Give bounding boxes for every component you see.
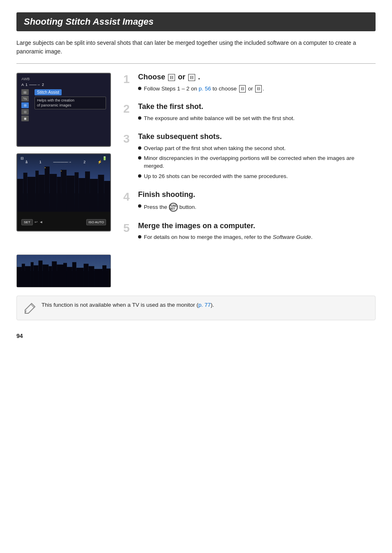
bullet-dot xyxy=(138,204,141,208)
cs1-arrow: ——→ xyxy=(29,83,40,87)
stitch-assist-menu-item: Stitch Assist xyxy=(35,89,62,95)
stitch-icon-1a: ⊟ xyxy=(168,74,175,81)
awb-label: AWB xyxy=(21,77,30,81)
svg-rect-6 xyxy=(39,175,45,212)
step-2-number: 2 xyxy=(123,103,138,115)
bullet-dot xyxy=(138,116,141,120)
svg-rect-39 xyxy=(102,265,106,287)
step-4-bullet-text: Press the FUNCSET button. xyxy=(144,203,196,212)
pano-controls-bar: SET ↩ ◄ ISO AUTO xyxy=(17,212,110,231)
pano-num1: 1 xyxy=(39,160,42,164)
step-1-title-period: . xyxy=(198,73,200,81)
step-3-bullet-text-2: Minor discrepancies in the overlapping p… xyxy=(144,155,376,170)
step-4-number: 4 xyxy=(123,191,138,203)
step-2-bullet-1: The exposure and white balance will be s… xyxy=(138,115,376,123)
pano-set-btn-group: SET ↩ ◄ xyxy=(21,219,43,225)
pano-skyline-image: ⊟ 🔋 â 1 ————→ 2 ⚡ xyxy=(17,154,110,212)
step-4-bullet-1: Press the FUNCSET button. xyxy=(138,203,376,212)
page-number: 94 xyxy=(16,333,376,339)
stitch-assist-help: Helps with the creationof panoramic imag… xyxy=(35,97,106,109)
svg-rect-24 xyxy=(25,266,31,287)
step-1-title-or: or xyxy=(178,73,187,81)
note-link[interactable]: p. 77 xyxy=(198,302,211,308)
step-5-content: Merge the images on a computer. For deta… xyxy=(138,222,376,244)
step-2-title: Take the first shot. xyxy=(138,102,376,111)
step-5-title: Merge the images on a computer. xyxy=(138,222,376,231)
left-column: AWB A 1 ——→ 2 ▤ ⅟s ⊟ ⊟ ◼ xyxy=(16,73,123,287)
svg-rect-9 xyxy=(57,177,61,212)
mode-icons-list: ▤ ⅟s ⊟ ⊟ ◼ xyxy=(21,89,30,121)
step-1-title: Choose ⊟ or ⊟ . xyxy=(138,73,376,82)
step-1-link[interactable]: p. 56 xyxy=(199,86,211,92)
pano-left-arrow: ◄ xyxy=(39,220,43,224)
svg-rect-13 xyxy=(78,178,85,212)
svg-rect-19 xyxy=(61,171,62,171)
pano-arrow-overlay: â 1 ————→ 2 ⚡ xyxy=(25,160,102,164)
note-text: This function is not available when a TV… xyxy=(42,301,214,309)
step-5-number: 5 xyxy=(123,222,138,234)
cs1-num1: 1 xyxy=(25,83,28,87)
camera-screen-1: AWB A 1 ——→ 2 ▤ ⅟s ⊟ ⊟ ◼ xyxy=(16,73,111,147)
svg-rect-14 xyxy=(85,171,90,212)
pano-battery-icon: 🔋 xyxy=(102,156,107,160)
svg-rect-16 xyxy=(98,175,104,212)
right-column: 1 Choose ⊟ or ⊟ . Follow Steps 1 – 2 on … xyxy=(123,73,376,287)
svg-rect-12 xyxy=(75,172,79,212)
cs1-label-a: A xyxy=(21,83,24,87)
pano-flash-icon: ⚡ xyxy=(97,160,102,164)
menu-right: Stitch Assist Helps with the creationof … xyxy=(35,89,106,109)
svg-rect-27 xyxy=(39,261,43,287)
pano-photo xyxy=(16,255,111,287)
svg-rect-31 xyxy=(57,264,63,287)
svg-rect-40 xyxy=(106,268,111,287)
stitch-icon-1b: ⊟ xyxy=(188,74,195,81)
step-3-number: 3 xyxy=(123,133,138,145)
svg-rect-33 xyxy=(67,267,72,287)
step-4-bullets: Press the FUNCSET button. xyxy=(138,203,376,212)
pano-set-btn: SET xyxy=(21,219,33,225)
svg-rect-15 xyxy=(90,179,98,212)
svg-rect-30 xyxy=(52,261,57,287)
svg-rect-38 xyxy=(94,269,102,287)
svg-rect-5 xyxy=(35,171,39,212)
step-2-content: Take the first shot. The exposure and wh… xyxy=(138,102,376,125)
step-5-bullet-text: For details on how to merge the images, … xyxy=(144,234,313,241)
svg-rect-32 xyxy=(63,263,67,287)
step-4-title: Finish shooting. xyxy=(138,190,376,199)
step-3-bullet-text-3: Up to 26 shots can be recorded with the … xyxy=(144,173,288,180)
step-3: 3 Take subsequent shots. Overlap part of… xyxy=(123,132,376,183)
section-divider xyxy=(16,63,376,64)
step-1-title-choose: Choose xyxy=(138,73,167,81)
step-3-content: Take subsequent shots. Overlap part of t… xyxy=(138,132,376,183)
step-3-title: Take subsequent shots. xyxy=(138,132,376,141)
pano-photo-container xyxy=(16,255,119,287)
content-area: AWB A 1 ——→ 2 ▤ ⅟s ⊟ ⊟ ◼ xyxy=(16,73,376,287)
svg-rect-2 xyxy=(17,179,23,212)
mode-icon-stitch: ⊟ xyxy=(21,102,29,108)
step-1-bullet-1: Follow Steps 1 – 2 on p. 56 to choose ⊟ … xyxy=(138,85,376,93)
cs1-num2: 2 xyxy=(42,83,44,87)
svg-rect-7 xyxy=(45,167,50,212)
svg-rect-25 xyxy=(31,262,34,287)
svg-rect-26 xyxy=(34,265,39,287)
note-box: This function is not available when a TV… xyxy=(16,296,376,320)
step-5: 5 Merge the images on a computer. For de… xyxy=(123,222,376,244)
pano-stitch-icon: ⊟ xyxy=(21,156,24,160)
bullet-dot xyxy=(138,156,141,160)
step-2: 2 Take the first shot. The exposure and … xyxy=(123,102,376,125)
step-1-number: 1 xyxy=(123,74,138,85)
step-3-bullets: Overlap part of the first shot when taki… xyxy=(138,145,376,181)
svg-rect-4 xyxy=(28,177,36,212)
svg-rect-28 xyxy=(42,264,48,287)
svg-rect-37 xyxy=(88,266,94,287)
svg-rect-29 xyxy=(48,266,52,287)
stitch-icon-ref-2: ⊟ xyxy=(255,85,262,93)
bullet-dot xyxy=(138,174,141,178)
svg-rect-18 xyxy=(45,167,46,168)
step-1-bullets: Follow Steps 1 – 2 on p. 56 to choose ⊟ … xyxy=(138,85,376,93)
svg-rect-35 xyxy=(76,268,84,287)
bullet-dot xyxy=(138,235,141,238)
pano-back-arrow: ↩ xyxy=(35,220,38,224)
pano-arrow-right: ————→ xyxy=(53,160,72,164)
note-pencil-icon xyxy=(23,302,37,315)
